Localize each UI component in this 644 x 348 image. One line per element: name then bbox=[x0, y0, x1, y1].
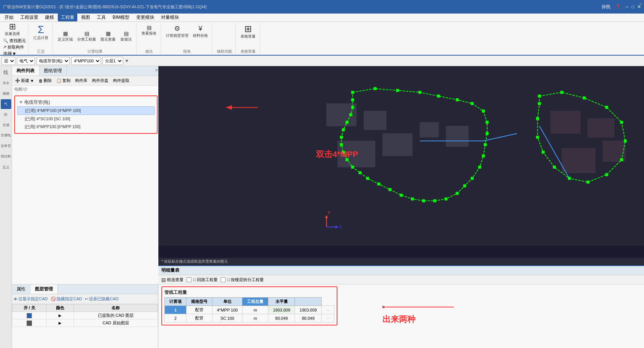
color-arrow-extracted[interactable]: ▶ bbox=[59, 313, 62, 318]
col-unit: 单位 bbox=[212, 298, 242, 306]
tab-properties[interactable]: 属性 bbox=[12, 284, 30, 294]
extract-component-btn[interactable]: 构件提取 bbox=[111, 77, 131, 84]
table-icon: ⊞ bbox=[244, 24, 252, 33]
cursor-icon: ↗ bbox=[3, 45, 6, 50]
sidebar-nav-fire[interactable]: 防 bbox=[1, 110, 11, 120]
save-component-btn[interactable]: 构件存盘 bbox=[90, 77, 110, 84]
apply-method-btn[interactable]: ▤ 套做法 bbox=[118, 29, 134, 43]
frame-select-btn[interactable]: ⊟ 框选查量 bbox=[161, 277, 184, 283]
left-sidebar: 线 非水 燃燃 气 防 空调 空调电 业务管 筑结构 定义 bbox=[0, 66, 12, 348]
discipline-selector[interactable]: 电气 bbox=[17, 57, 35, 65]
define-area-btn[interactable]: ▦ 定义区域 bbox=[56, 29, 75, 43]
row-unit-2: m bbox=[242, 314, 268, 322]
sidebar-nav-electric[interactable]: 气 bbox=[1, 99, 11, 109]
app-title: 广联达BIM安装计量GQI2021 - [E:\造价\金园公寓\图纸-88026… bbox=[3, 4, 206, 10]
svg-rect-8 bbox=[551, 111, 581, 133]
table-quantity-btn[interactable]: ⊞ 表格算量 bbox=[239, 23, 257, 40]
delete-component-btn[interactable]: 🗑 删除 bbox=[37, 77, 53, 84]
color-arrow-original[interactable]: ▶ bbox=[59, 321, 62, 325]
restore-cad-btn[interactable]: ↩ 还原已隐藏CAD bbox=[85, 296, 118, 302]
pick-component-btn[interactable]: ↗ 拾取构件 bbox=[3, 44, 26, 50]
maximize-btn[interactable]: □ bbox=[632, 4, 634, 9]
layer-table-wrapper: 开 / 关 颜色 名称 bbox=[12, 304, 158, 348]
sidebar-nav-ac-elec[interactable]: 空调电 bbox=[1, 131, 11, 141]
svg-rect-33 bbox=[422, 199, 425, 202]
component-toolbar: ➕ 新建 ▼ 🗑 删除 📋 复制 构件库 构件存盘 bbox=[12, 76, 160, 86]
hide-specified-cad-btn[interactable]: 🚫 隐藏指定CAD bbox=[51, 296, 82, 302]
circuit-checkbox[interactable] bbox=[187, 277, 191, 282]
floor-selector[interactable]: 层 bbox=[2, 57, 15, 65]
user-name: 孙凯 bbox=[602, 4, 611, 10]
menu-item-view[interactable]: 视图 bbox=[78, 14, 93, 21]
new-component-btn[interactable]: ➕ 新建 ▼ bbox=[14, 77, 36, 84]
svg-rect-4 bbox=[338, 141, 375, 167]
row-unit-1: m bbox=[242, 306, 268, 314]
sidebar-nav-gas[interactable]: 燃燃 bbox=[1, 89, 11, 98]
svg-rect-18 bbox=[418, 91, 421, 94]
view-report-btn[interactable]: ▤ 查看报表 bbox=[140, 23, 158, 37]
menu-item-tools[interactable]: 工具 bbox=[94, 14, 109, 21]
select-btn[interactable]: ⊞ 批量选择 bbox=[3, 22, 22, 37]
help-icon[interactable]: ❓ bbox=[615, 4, 621, 9]
circuit-check[interactable]: □ 回路工程量 bbox=[187, 277, 218, 283]
menu-item-start[interactable]: 开始 bbox=[2, 14, 17, 21]
floor-check[interactable]: □ 按楼层拆分工程量 bbox=[221, 277, 264, 283]
tab-layer-mgmt[interactable]: 图层管理 bbox=[30, 284, 58, 294]
comp-item-mpp100-4[interactable]: [已用] 4*MPP100 [4*MPP 100] bbox=[17, 106, 155, 115]
svg-rect-7 bbox=[446, 126, 468, 147]
layer-panel-close-btn[interactable]: ✕ bbox=[639, 2, 642, 7]
component-panel: 构件列表 图纸管理 ✕ ➕ 新建 ▼ 🗑 删除 📋 复制 bbox=[12, 66, 160, 284]
comp-item-mpp100-6[interactable]: [已用] 6*MPP100 [6*MPP 100] bbox=[17, 123, 155, 131]
spec-selector[interactable]: 4*MPP100 bbox=[71, 57, 101, 65]
material-price-btn[interactable]: ¥ 材料价格 bbox=[191, 24, 210, 39]
hide-icon: 🚫 bbox=[51, 297, 56, 301]
report-icon: ▤ bbox=[147, 24, 152, 30]
layer-row-extracted: ▶ 已提取的 CAD 图层 bbox=[12, 312, 158, 319]
layer-toggle-extracted[interactable] bbox=[27, 313, 32, 318]
svg-rect-42 bbox=[342, 151, 345, 154]
row-num-2: 2 bbox=[165, 314, 187, 322]
layer-row-original: ▶ CAD 原始图层 bbox=[12, 319, 158, 327]
precision-btn[interactable]: ⚙ 计算精度管理 bbox=[164, 23, 190, 39]
type-selector[interactable]: 电缆导管(电) bbox=[36, 57, 70, 65]
classify-quantity-btn[interactable]: ▤ 分类工程量 bbox=[75, 29, 98, 43]
svg-rect-19 bbox=[437, 95, 440, 98]
floor-checkbox[interactable] bbox=[221, 277, 226, 282]
layer-toggle-original[interactable] bbox=[27, 321, 32, 326]
sidebar-nav-nonwater[interactable]: 非水 bbox=[1, 78, 11, 88]
menu-item-bim[interactable]: BIM模型 bbox=[110, 14, 132, 21]
copy-component-btn[interactable]: 📋 复制 bbox=[55, 77, 72, 84]
menu-item-quantity[interactable]: 工程量 bbox=[58, 14, 77, 21]
sidebar-nav-business[interactable]: 业务管 bbox=[1, 141, 11, 151]
menu-item-compare[interactable]: 对量模块 bbox=[158, 14, 182, 21]
layer-name-original: CAD 原始图层 bbox=[74, 319, 158, 327]
panel-close-btn[interactable]: ✕ bbox=[155, 68, 158, 73]
svg-rect-58 bbox=[587, 181, 590, 184]
menu-item-build[interactable]: 建模 bbox=[42, 14, 57, 21]
eye-icon: 👁 bbox=[14, 297, 18, 301]
col-name: 名称 bbox=[74, 304, 158, 312]
tab-component-list[interactable]: 构件列表 bbox=[12, 66, 39, 76]
svg-rect-34 bbox=[411, 197, 414, 200]
minimize-btn[interactable]: ─ bbox=[625, 4, 629, 9]
layer-selector[interactable]: 分层1 bbox=[102, 57, 123, 65]
table-row-1: 1 配管 4*MPP 100 m 1903.009 1903.009 ··· bbox=[165, 306, 334, 314]
menu-item-change[interactable]: 变更模块 bbox=[133, 14, 157, 21]
show-specified-cad-btn[interactable]: 👁 仅显示指定CAD bbox=[14, 296, 48, 302]
sidebar-nav-define[interactable]: 定义 bbox=[1, 162, 11, 172]
menu-item-engineering[interactable]: 工程设置 bbox=[17, 14, 41, 21]
comp-item-sc100-4[interactable]: [已用] 4*SC100 [SC 100] bbox=[17, 115, 155, 123]
summarize-btn[interactable]: Σ 汇总计算 bbox=[32, 23, 50, 41]
component-library-btn[interactable]: 构件库 bbox=[74, 77, 89, 84]
frame-select-label: 框选查量 bbox=[167, 277, 184, 283]
tab-drawing-mgmt[interactable]: 图纸管理 bbox=[39, 66, 67, 76]
find-element-btn[interactable]: 🔍 查找图元 bbox=[3, 38, 26, 44]
svg-rect-59 bbox=[568, 177, 571, 180]
sidebar-nav-structure[interactable]: 筑结构 bbox=[1, 152, 11, 162]
svg-rect-15 bbox=[351, 91, 354, 94]
row-spec-1: 4*MPP 100 bbox=[212, 306, 242, 314]
element-query-btn[interactable]: ▦ 图元查量 bbox=[99, 29, 117, 43]
row-num-1: 1 bbox=[165, 306, 187, 314]
sidebar-nav-ac[interactable]: 空调 bbox=[1, 120, 11, 130]
sidebar-nav-btn[interactable]: 线 bbox=[1, 68, 11, 77]
